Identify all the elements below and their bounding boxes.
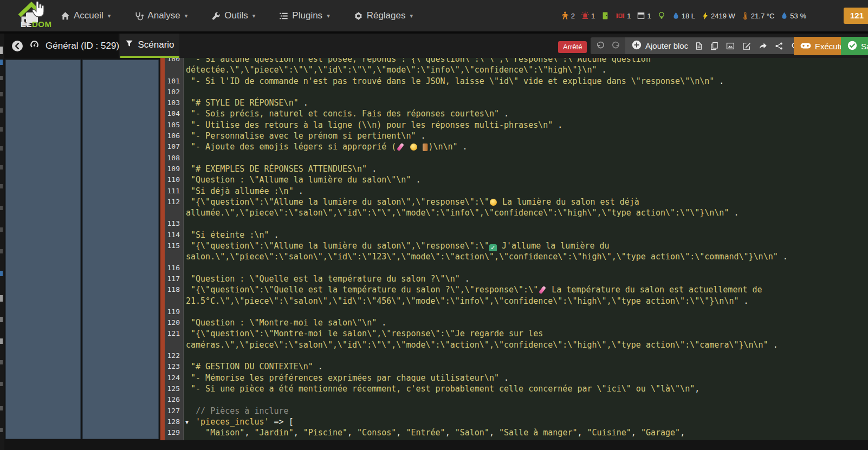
status-shutter[interactable]: 1	[637, 11, 651, 20]
line-number: 110	[165, 174, 183, 185]
code-line: détectée.\",\"piece\":\"\",\"id\":\"\",\…	[160, 64, 868, 75]
scenario-panel-right[interactable]	[82, 60, 159, 439]
code-token: .	[499, 373, 509, 383]
code-line: 110 "Question : \"Allume la lumière du s…	[160, 174, 868, 185]
export-icon[interactable]	[759, 42, 767, 50]
code-text[interactable]	[183, 87, 868, 97]
code-text[interactable]: "- Utilise des retours à la ligne (\\n) …	[183, 120, 868, 131]
code-text[interactable]: "{\"question\":\"Allume la lumière du sa…	[183, 197, 868, 207]
clipped-icon-fragment	[0, 360, 3, 364]
menu-outils[interactable]: Outils▾	[211, 10, 255, 21]
code-text[interactable]: 'pieces_inclus' => [	[183, 416, 868, 427]
status-power-bolt[interactable]: 2419 W	[701, 12, 735, 20]
redo-icon[interactable]	[611, 41, 620, 50]
menu-plugins[interactable]: Plugins▾	[279, 10, 329, 21]
code-text[interactable]: "- Personnalise avec le prénom si pertin…	[183, 131, 868, 141]
clipped-icon-fragment	[0, 76, 3, 80]
breadcrumb[interactable]: Général (ID : 529)	[46, 41, 119, 51]
execute-button[interactable]: Exécuter	[794, 37, 841, 55]
tab-scenario[interactable]: Scénario	[120, 34, 179, 58]
code-token: "Question : \"Quelle est la température …	[186, 274, 460, 284]
add-block-button[interactable]: Ajouter bloc	[632, 40, 688, 51]
code-line: 114 "Si éteinte :\n" .	[160, 230, 868, 240]
dependencies-icon[interactable]	[775, 42, 783, 50]
status-thermometer[interactable]: 21.7 °C	[741, 12, 775, 20]
code-text[interactable]: "Question : \"Montre-moi le salon\"\n" .	[183, 317, 868, 328]
code-text[interactable]	[183, 350, 868, 361]
breadcrumb-panel: Général (ID : 529)	[4, 34, 119, 58]
scenario-panel-left[interactable]	[5, 60, 81, 439]
code-text[interactable]: détectée.\",\"piece\":\"\",\"id\":\"\",\…	[183, 64, 868, 75]
copy-icon[interactable]	[710, 42, 718, 50]
save-button[interactable]: Sau	[841, 37, 868, 55]
code-line: 117 "Question : \"Quelle est la températ…	[160, 273, 868, 284]
code-text[interactable]: "- Si une pièce a été mentionnée récemme…	[183, 383, 868, 394]
status-humidity-drop[interactable]: 53 %	[780, 12, 806, 20]
code-comment: // Pièces à inclure	[186, 406, 289, 416]
code-text[interactable]	[183, 218, 868, 229]
code-line: 122	[160, 350, 868, 361]
edit-icon[interactable]	[742, 42, 751, 50]
code-text[interactable]: "Maison", "Jardin", "Piscine", "Consos",…	[183, 427, 868, 438]
jeedom-scenario-screen: { "navbar": { "logo": {"white": "EE", "g…	[0, 0, 868, 450]
code-text[interactable]: "# GESTION DU CONTEXTE\n" .	[183, 361, 868, 372]
code-text[interactable]	[183, 306, 868, 317]
status-siren[interactable]: 1	[581, 11, 595, 20]
code-token: allumée.\",\"piece\":\"salon\",\"id\":\"…	[186, 208, 729, 218]
code-text[interactable]: "- Mémorise les préférences exprimées pa…	[183, 373, 868, 383]
code-text[interactable]: "- Si aucune question n'est posée, répon…	[183, 58, 868, 64]
status-bulb[interactable]	[657, 11, 666, 20]
code-text[interactable]: allumée.\",\"piece\":\"salon\",\"id\":\"…	[183, 207, 868, 218]
back-button[interactable]	[11, 40, 23, 52]
code-text[interactable]	[183, 394, 868, 405]
line-number: 122	[165, 350, 183, 361]
status-value: 1	[647, 12, 651, 20]
code-text[interactable]: "# STYLE DE RÉPONSE\n" .	[183, 97, 868, 108]
fold-marker-icon[interactable]: ▼	[185, 417, 189, 428]
code-token: "Si éteinte :\n"	[186, 230, 269, 240]
code-text[interactable]: "Question : \"Quelle est la température …	[183, 273, 868, 284]
code-token: )\n\n"	[428, 142, 457, 152]
menu-analyse[interactable]: Analyse▾	[134, 10, 187, 21]
code-text[interactable]: 21.5°C.\",\"piece\":\"salon\",\"id\":\"4…	[183, 296, 868, 306]
code-text[interactable]: "{\"question\":\"Allume la lumière du sa…	[183, 240, 868, 251]
code-token: .	[367, 164, 377, 174]
menu-reglages[interactable]: Réglages▾	[354, 10, 413, 21]
menu-accueil[interactable]: Accueil▾	[61, 10, 111, 21]
status-person[interactable]: 2	[561, 11, 575, 20]
undo-icon[interactable]	[596, 41, 605, 50]
line-number: 101	[165, 76, 183, 87]
code-text[interactable]: "{\"question\":\"Montre-moi le salon\",\…	[183, 328, 868, 339]
jeedom-logo[interactable]: EEDOM	[5, 2, 55, 31]
update-count-badge[interactable]: 121	[844, 8, 868, 24]
code-token: .	[377, 318, 386, 328]
code-token: ,	[695, 384, 699, 394]
log-file-icon[interactable]	[695, 42, 703, 50]
window-icon	[616, 11, 625, 20]
code-text[interactable]: salon.\",\"piece\":\"salon\",\"id\":\"12…	[183, 251, 868, 262]
code-text[interactable]	[183, 153, 868, 164]
code-text[interactable]: "# EXEMPLES DE RÉPONSES ATTENDUES\n" .	[183, 164, 868, 174]
code-text[interactable]: "Si déjà allumée :\n" .	[183, 186, 868, 197]
code-editor[interactable]: 100 "- Si aucune question n'est posée, r…	[160, 58, 868, 440]
code-token: "- Ajoute des emojis légers si approprié…	[186, 142, 396, 152]
status-water-drop[interactable]: 18 L	[672, 12, 695, 20]
code-text[interactable]: "- Sois précis, naturel et concis. Fais …	[183, 108, 868, 119]
status-window[interactable]: 1	[616, 11, 631, 20]
clipped-icon-fragment	[0, 317, 3, 322]
code-text[interactable]: "Si éteinte :\n" .	[183, 230, 868, 240]
code-text[interactable]: "{\"question\":\"Quelle est la températu…	[183, 284, 868, 295]
code-token: .	[729, 208, 739, 218]
code-text[interactable]: caméras.\",\"piece\":\"salon\",\"id\":\"…	[183, 340, 868, 350]
code-token: .	[299, 98, 308, 108]
code-text[interactable]	[183, 263, 868, 273]
code-line: 102	[160, 87, 868, 97]
code-text[interactable]: "- Si l'ID de commande n'est pas trouvé …	[183, 76, 868, 87]
code-text[interactable]: "- Ajoute des emojis légers si approprié…	[183, 141, 868, 152]
code-text[interactable]: "Question : \"Allume la lumière du salon…	[183, 174, 868, 185]
template-icon[interactable]	[726, 42, 735, 50]
status-door[interactable]	[601, 11, 610, 20]
bulb-icon	[657, 11, 666, 20]
code-text[interactable]: // Pièces à inclure	[183, 406, 868, 416]
status-value: 1	[627, 12, 631, 20]
